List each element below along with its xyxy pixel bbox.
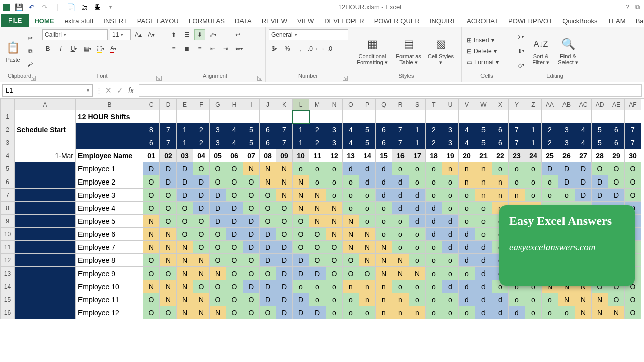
shift-cell[interactable]: O bbox=[226, 189, 243, 202]
col-header-R[interactable]: R bbox=[392, 99, 409, 110]
seq-cell[interactable]: 8 bbox=[143, 123, 160, 136]
seq-cell[interactable]: 1 bbox=[177, 123, 193, 136]
shift-cell[interactable]: D bbox=[276, 267, 293, 280]
day-header[interactable]: 20 bbox=[459, 149, 475, 162]
shift-cell[interactable]: O bbox=[309, 228, 326, 241]
date-label[interactable]: 1-Mar bbox=[15, 149, 76, 162]
shift-cell[interactable]: o bbox=[525, 293, 542, 306]
shift-cell[interactable]: N bbox=[326, 228, 343, 241]
shift-cell[interactable]: D bbox=[210, 215, 226, 228]
shift-cell[interactable]: D bbox=[143, 162, 160, 175]
increase-font-icon[interactable]: A▴ bbox=[133, 29, 144, 40]
seq-cell[interactable]: 7 bbox=[160, 123, 177, 136]
day-header[interactable]: 11 bbox=[309, 149, 326, 162]
day-header[interactable]: 15 bbox=[376, 149, 392, 162]
col-header-AC[interactable]: AC bbox=[575, 99, 592, 110]
shift-cell[interactable]: d bbox=[475, 241, 492, 254]
col-header-O[interactable]: O bbox=[343, 99, 359, 110]
col-header-K[interactable]: K bbox=[276, 99, 293, 110]
seq-cell[interactable]: 7 bbox=[625, 123, 641, 136]
shift-cell[interactable]: d bbox=[409, 215, 426, 228]
shift-cell[interactable]: D bbox=[293, 306, 309, 319]
shift-cell[interactable]: o bbox=[376, 228, 392, 241]
tab-developer[interactable]: DEVELOPER bbox=[319, 15, 369, 27]
shift-cell[interactable]: D bbox=[210, 202, 226, 215]
shift-cell[interactable]: O bbox=[143, 175, 160, 189]
shift-cell[interactable]: o bbox=[442, 293, 459, 306]
seq-cell[interactable]: 3 bbox=[442, 136, 459, 149]
shift-cell[interactable]: d bbox=[409, 202, 426, 215]
shift-cell[interactable]: n bbox=[392, 306, 409, 319]
row-header-10[interactable]: 10 bbox=[1, 228, 15, 241]
day-header[interactable]: 22 bbox=[492, 149, 509, 162]
shift-cell[interactable]: o bbox=[442, 267, 459, 280]
shift-cell[interactable]: O bbox=[343, 267, 359, 280]
shift-cell[interactable]: D bbox=[558, 162, 575, 175]
shift-cell[interactable]: D bbox=[243, 280, 260, 293]
paste-button[interactable]: 📋 Paste bbox=[3, 40, 23, 63]
employee-name[interactable]: Employee 5 bbox=[76, 215, 143, 228]
col-header-AA[interactable]: AA bbox=[542, 99, 558, 110]
shift-cell[interactable]: D bbox=[276, 241, 293, 254]
format-button[interactable]: ▭Format▾ bbox=[465, 58, 501, 66]
row-header-5[interactable]: 5 bbox=[1, 162, 15, 175]
shift-cell[interactable]: D bbox=[276, 254, 293, 267]
shift-cell[interactable]: N bbox=[343, 228, 359, 241]
shift-cell[interactable]: O bbox=[143, 202, 160, 215]
tab-power-quer[interactable]: POWER QUER bbox=[369, 15, 425, 27]
shift-cell[interactable]: n bbox=[459, 175, 475, 189]
shift-cell[interactable]: O bbox=[143, 189, 160, 202]
row-header-14[interactable]: 14 bbox=[1, 280, 15, 293]
shift-cell[interactable]: D bbox=[177, 189, 193, 202]
cell[interactable] bbox=[575, 110, 592, 123]
seq-cell[interactable]: 7 bbox=[276, 136, 293, 149]
cell-styles-button[interactable]: ▧Cell Styles ▾ bbox=[427, 36, 455, 66]
seq-cell[interactable]: 6 bbox=[260, 123, 276, 136]
tab-team[interactable]: TEAM bbox=[603, 15, 631, 27]
seq-cell[interactable]: 4 bbox=[459, 123, 475, 136]
row-header-9[interactable]: 9 bbox=[1, 215, 15, 228]
shift-cell[interactable]: O bbox=[326, 267, 343, 280]
shift-cell[interactable]: N bbox=[177, 267, 193, 280]
shift-cell[interactable]: N bbox=[260, 162, 276, 175]
seq-cell[interactable]: 1 bbox=[293, 123, 309, 136]
shift-cell[interactable]: D bbox=[276, 306, 293, 319]
shift-cell[interactable]: N bbox=[608, 306, 625, 319]
cell[interactable] bbox=[592, 110, 608, 123]
cell[interactable] bbox=[160, 110, 177, 123]
shift-cell[interactable]: N bbox=[243, 162, 260, 175]
shift-cell[interactable]: O bbox=[309, 254, 326, 267]
undo-icon[interactable]: ↶ bbox=[27, 3, 36, 12]
shift-cell[interactable]: o bbox=[442, 175, 459, 189]
shift-cell[interactable]: o bbox=[426, 189, 442, 202]
cell[interactable] bbox=[326, 110, 343, 123]
cell[interactable] bbox=[475, 110, 492, 123]
merge-center-icon[interactable]: ⇔▾ bbox=[233, 43, 245, 54]
employee-name[interactable]: Employee 9 bbox=[76, 267, 143, 280]
shift-cell[interactable]: o bbox=[326, 293, 343, 306]
shift-cell[interactable]: D bbox=[592, 189, 608, 202]
day-header[interactable]: 07 bbox=[243, 149, 260, 162]
day-header[interactable]: 12 bbox=[326, 149, 343, 162]
cell-B3[interactable] bbox=[76, 136, 143, 149]
shift-cell[interactable]: o bbox=[426, 280, 442, 293]
tab-barb[interactable]: Barb bbox=[631, 15, 644, 27]
shift-cell[interactable]: O bbox=[625, 189, 641, 202]
shift-cell[interactable]: O bbox=[293, 228, 309, 241]
seq-cell[interactable]: 6 bbox=[376, 136, 392, 149]
open-icon[interactable]: 🗂 bbox=[79, 3, 89, 12]
shift-cell[interactable]: D bbox=[542, 162, 558, 175]
fill-color-button[interactable]: ⬚▾ bbox=[95, 43, 106, 54]
shift-cell[interactable]: o bbox=[426, 306, 442, 319]
cell[interactable] bbox=[459, 110, 475, 123]
shift-cell[interactable]: O bbox=[193, 241, 210, 254]
shift-cell[interactable]: d bbox=[459, 254, 475, 267]
shift-cell[interactable]: O bbox=[160, 215, 177, 228]
shift-cell[interactable]: o bbox=[459, 202, 475, 215]
employee-name[interactable]: Employee 11 bbox=[76, 293, 143, 306]
shift-cell[interactable]: N bbox=[409, 267, 426, 280]
col-header-AB[interactable]: AB bbox=[558, 99, 575, 110]
shift-cell[interactable]: o bbox=[442, 306, 459, 319]
shift-cell[interactable]: O bbox=[260, 215, 276, 228]
shift-cell[interactable]: D bbox=[243, 241, 260, 254]
